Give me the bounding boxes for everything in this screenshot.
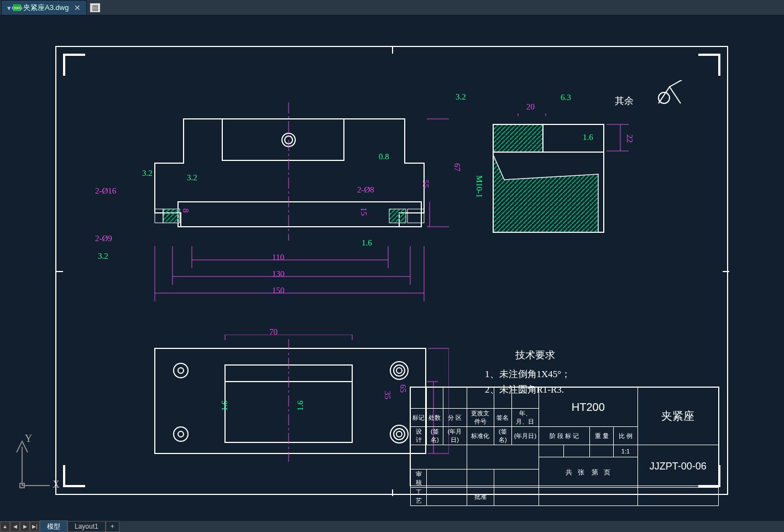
qiyu-label: 其余 <box>615 95 634 107</box>
dim-55: 55 <box>421 180 430 188</box>
tb-jieduan: 阶 段 标 记 <box>539 427 589 445</box>
tb-fenqu: 分 区 <box>443 409 467 427</box>
material: HT200 <box>539 388 637 427</box>
qiyu-symbol <box>644 80 694 111</box>
tech-req-line1: 1、未注倒角1X45°； <box>485 368 571 380</box>
top-view <box>117 335 449 478</box>
tb-sheji: 设 计 <box>411 427 427 445</box>
ucs-y-label: Y <box>25 433 32 445</box>
nav-last-icon[interactable]: ▶| <box>30 521 40 531</box>
svg-point-51 <box>396 431 402 437</box>
surf-6.3: 6.3 <box>561 93 571 102</box>
dim-35: 35 <box>383 391 392 399</box>
surf-1.6: 1.6 <box>583 133 593 142</box>
title-block: HT200 夹紧座 标记 处数 分 区 更改文件号 签名 年、月、日 设 计 (… <box>410 387 719 486</box>
svg-rect-8 <box>178 202 421 227</box>
layout1-tab[interactable]: Layout1 <box>67 521 106 532</box>
tb-scale: 1:1 <box>614 445 637 457</box>
dim-150: 150 <box>272 286 285 295</box>
svg-point-50 <box>394 429 405 440</box>
dim-m10: M10-1 <box>474 175 484 198</box>
ucs-icon: Y X <box>6 436 50 505</box>
close-tab-icon[interactable]: ✕ <box>74 3 81 12</box>
svg-rect-13 <box>155 209 163 223</box>
surf-3.2: 3.2 <box>142 169 153 178</box>
tab-dropdown-icon[interactable]: ▾ <box>7 4 11 12</box>
tab-filename: 夹紧座A3.dwg <box>23 3 69 13</box>
nav-next-icon[interactable]: ▶ <box>20 521 30 531</box>
svg-rect-14 <box>389 209 406 223</box>
tb-biaoji: 标记 <box>411 409 427 427</box>
tb-zhongliang: 重 量 <box>589 427 613 445</box>
dim-65: 65 <box>398 384 407 393</box>
side-view <box>488 113 676 257</box>
svg-rect-12 <box>163 209 180 223</box>
svg-point-49 <box>390 425 408 443</box>
tb-shenhe: 审 核 <box>411 470 427 488</box>
tb-nyr3: (年月日) <box>512 427 539 445</box>
svg-point-44 <box>174 427 188 441</box>
dim-110: 110 <box>272 253 284 262</box>
tb-bili: 比 例 <box>614 427 637 445</box>
tech-req-heading: 技术要求 <box>515 348 555 362</box>
svg-point-45 <box>178 431 184 437</box>
dim-2phi16: 2-Ø16 <box>95 186 116 196</box>
dim-15: 15 <box>359 207 368 216</box>
surf-1.6: 1.6 <box>362 238 372 248</box>
dim-2phi9: 2-Ø9 <box>95 234 112 243</box>
drawing-frame: 110 130 150 70 20 22 67 55 15 8 35 65 2-… <box>55 46 728 495</box>
document-tab[interactable]: ▾ DWG 夹紧座A3.dwg ✕ <box>1 0 87 15</box>
svg-rect-39 <box>155 348 426 453</box>
tb-gongyi: 工 艺 <box>411 488 427 506</box>
tb-chushu: 处数 <box>427 409 443 427</box>
part-name: 夹紧座 <box>637 388 718 445</box>
dim-130: 130 <box>272 269 285 279</box>
svg-rect-31 <box>493 124 543 152</box>
dwg-icon: DWG <box>13 4 21 11</box>
surf-3.2: 3.2 <box>98 252 108 261</box>
surf-3.2: 3.2 <box>456 92 466 102</box>
dim-20: 20 <box>526 102 535 112</box>
new-drawing-icon[interactable]: ▥ <box>90 3 100 12</box>
dim-8: 8 <box>181 208 190 213</box>
svg-point-42 <box>174 363 188 378</box>
tb-qm2: (签名) <box>494 427 512 445</box>
svg-point-46 <box>390 362 408 379</box>
dim-2phi8: 2-Ø8 <box>357 185 374 195</box>
svg-line-62 <box>670 80 691 87</box>
drawing-canvas[interactable]: Y X <box>0 15 784 521</box>
svg-point-47 <box>394 365 405 376</box>
dim-67: 67 <box>452 163 462 171</box>
add-layout-tab[interactable]: + <box>106 521 119 532</box>
nav-prev-icon[interactable]: ◀ <box>10 521 20 531</box>
svg-rect-7 <box>222 119 344 160</box>
surf-0.8: 0.8 <box>379 152 389 161</box>
tb-qm: (签名) <box>427 427 443 445</box>
tb-qianming: 签名 <box>494 409 512 427</box>
tb-pizhun: 批准 <box>467 488 494 506</box>
document-tab-bar: ▾ DWG 夹紧座A3.dwg ✕ ▥ <box>0 0 784 15</box>
tb-bzh: 标准化 <box>467 427 494 445</box>
surf-3.2: 3.2 <box>187 173 197 182</box>
drawing-no: JJZPT-00-06 <box>637 445 718 488</box>
model-tab[interactable]: 模型 <box>40 520 67 533</box>
svg-point-43 <box>178 368 184 373</box>
dim-22: 22 <box>625 134 634 143</box>
nav-first-icon[interactable]: ▲ <box>0 521 10 531</box>
svg-rect-32 <box>543 124 604 152</box>
surf-1.6: 1.6 <box>220 400 229 411</box>
dim-70: 70 <box>269 327 278 337</box>
tb-nyr2: (年月日) <box>443 427 467 445</box>
tb-genggai: 更改文件号 <box>467 409 494 427</box>
tb-nyr: 年、月、日 <box>512 409 539 427</box>
surf-1.6: 1.6 <box>296 400 305 411</box>
svg-point-48 <box>396 368 402 373</box>
layout-tab-bar: ▲ ◀ ▶ ▶| 模型 Layout1 + <box>0 521 784 532</box>
